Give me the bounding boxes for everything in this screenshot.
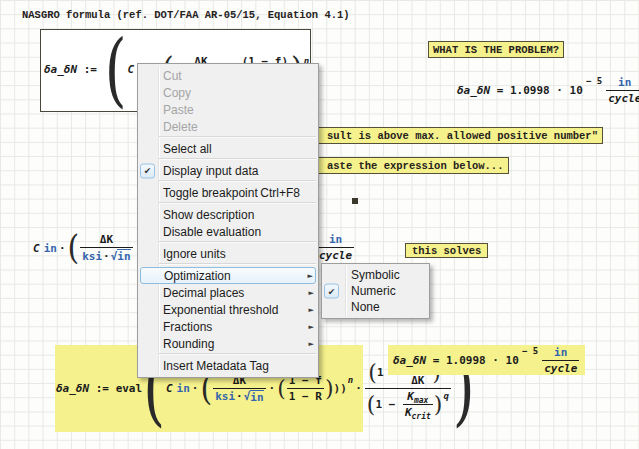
- menu-item-label: Select all: [163, 142, 310, 156]
- submenu-arrow-icon: ►: [309, 323, 314, 331]
- unit-cycle: cycle: [542, 362, 579, 375]
- menu-item-label: Paste: [163, 103, 310, 117]
- menu-item-decimal-places[interactable]: Decimal places►: [138, 284, 318, 301]
- unit-in: in: [616, 76, 633, 89]
- menu-item-label: Rounding: [163, 337, 309, 351]
- menu-item-cut[interactable]: Cut: [138, 67, 318, 84]
- fraction-bar: [287, 388, 324, 389]
- fraction-f-R: 1 − f1 − R: [287, 374, 324, 403]
- title-comment-region[interactable]: NASGRO formula (ref. DOT/FAA AR-05/15, E…: [22, 9, 350, 21]
- big-paren-open: (: [105, 30, 127, 110]
- solves-comment-region[interactable]: this solves: [405, 243, 488, 258]
- times-ten: · 10: [550, 84, 583, 97]
- exponent-n: n: [348, 375, 353, 385]
- menu-item-fractions[interactable]: Fractions►: [138, 318, 318, 335]
- result-bottom: δa_δN = 1.0998 · 10− 5incycle: [393, 345, 580, 375]
- result-bottom-region[interactable]: δa_δN = 1.0998 · 10− 5incycle: [388, 345, 585, 375]
- lhs-var: δa_δN: [393, 354, 426, 367]
- menu-item-numeric[interactable]: ✔Numeric: [322, 283, 429, 299]
- unit-in: in: [552, 346, 569, 359]
- var-C: C: [166, 382, 173, 395]
- menu-item-select-all[interactable]: Select all: [138, 140, 318, 157]
- equals-op: =: [490, 84, 510, 97]
- menu-shortcut: Ctrl+F8: [260, 186, 300, 200]
- result-top[interactable]: δa_δN = 1.0998 · 10− 5incycle: [457, 74, 639, 106]
- menu-item-label: Show description: [163, 208, 310, 222]
- menu-item-rounding[interactable]: Rounding►: [138, 335, 318, 352]
- menu-item-label: Symbolic: [351, 268, 421, 282]
- menu-item-copy[interactable]: Copy: [138, 84, 318, 101]
- menu-item-label: Display input data: [163, 164, 310, 178]
- menu-item-delete[interactable]: Delete: [138, 118, 318, 135]
- menu-item-paste[interactable]: Paste: [138, 101, 318, 118]
- menu-item-toggle-breakpoint[interactable]: Toggle breakpointCtrl+F8: [138, 184, 318, 201]
- fraction-dk-ksi: ΔKksi·√in: [80, 233, 132, 263]
- check-icon: ✔: [324, 284, 339, 299]
- menu-item-label: Disable evaluation: [163, 225, 310, 239]
- menu-item-show-description[interactable]: Show description: [138, 206, 318, 223]
- mid-unit-fraction: incycle: [316, 232, 355, 262]
- denominator: ksi·√in: [213, 390, 265, 404]
- equals-op: =: [426, 354, 446, 367]
- menu-item-label: Toggle breakpoint: [163, 186, 260, 200]
- menu-item-label: Fractions: [163, 320, 309, 334]
- exponent: − 5: [522, 346, 538, 356]
- menu-item-label: Exponential threshold: [163, 303, 309, 317]
- menu-item-label: Insert Metadata Tag: [163, 359, 310, 373]
- assign-op: :=: [77, 63, 104, 76]
- fraction-bar: [542, 360, 579, 361]
- paren-close: ): [325, 378, 334, 400]
- optimization-submenu: Symbolic✔NumericNone: [321, 263, 430, 319]
- unit-fraction: incycle: [317, 233, 354, 262]
- unit-in: in: [327, 233, 344, 246]
- menu-item-label: Optimization: [164, 269, 308, 283]
- menu-item-label: Decimal places: [163, 286, 309, 300]
- lhs-var: δa_δN: [44, 63, 77, 76]
- paste-comment-region[interactable]: aste the expression below...: [300, 157, 509, 174]
- problem-comment-region[interactable]: WHAT IS THE PROBLEM?: [428, 41, 564, 58]
- unit-fraction: incycle: [606, 76, 639, 105]
- submenu-arrow-icon: ►: [309, 306, 314, 314]
- menu-item-insert-metadata-tag[interactable]: Insert Metadata Tag: [138, 357, 318, 374]
- menu-item-ignore-units[interactable]: Ignore units: [138, 245, 318, 262]
- submenu-arrow-icon: ►: [308, 272, 313, 280]
- lhs-var: δa_δN: [457, 84, 490, 97]
- error-comment-region[interactable]: sult is above max. allowed positive numb…: [300, 127, 603, 144]
- menu-item-label: None: [351, 300, 421, 314]
- menu-item-exponential-threshold[interactable]: Exponential threshold►: [138, 301, 318, 318]
- unit-cycle: cycle: [317, 249, 354, 262]
- smath-worksheet: NASGRO formula (ref. DOT/FAA AR-05/15, E…: [0, 0, 639, 449]
- cdot-op: ·: [192, 382, 199, 395]
- fraction-bar: [606, 90, 639, 91]
- paren-close-double: )): [334, 382, 347, 395]
- unit-in: in: [44, 242, 57, 255]
- menu-item-display-input-data[interactable]: ✔Display input data: [138, 162, 318, 179]
- cdot-op: ·: [59, 242, 66, 255]
- menu-item-symbolic[interactable]: Symbolic: [322, 267, 429, 283]
- menu-item-disable-evaluation[interactable]: Disable evaluation: [138, 223, 318, 240]
- menu-item-optimization[interactable]: Optimization►: [140, 267, 316, 284]
- menu-item-none[interactable]: None: [322, 299, 429, 315]
- fraction-bar: [317, 247, 354, 248]
- denominator: 1 − R: [287, 390, 324, 403]
- menu-item-label: Delete: [163, 120, 310, 134]
- menu-item-label: Cut: [163, 69, 310, 83]
- fraction-bar: [365, 388, 451, 389]
- mantissa: 1.0998: [510, 84, 550, 97]
- assign-op: :=: [89, 382, 116, 395]
- exponent: − 5: [586, 76, 602, 86]
- cdot-op: ·: [355, 382, 362, 395]
- submenu-arrow-icon: ►: [309, 340, 314, 348]
- paren-open: (: [68, 232, 80, 265]
- mantissa: 1.0998: [446, 354, 486, 367]
- submenu-arrow-icon: ►: [309, 289, 314, 297]
- fraction-bar: [213, 388, 265, 389]
- region-marker: [352, 198, 358, 204]
- paren-open: (: [277, 378, 286, 400]
- context-menu: CutCopyPasteDeleteSelect all✔Display inp…: [137, 63, 319, 378]
- denominator: ksi·√in: [80, 249, 132, 263]
- var-C: C: [127, 63, 134, 76]
- eval-keyword: eval: [116, 382, 143, 395]
- times-ten: · 10: [486, 354, 519, 367]
- denominator: (1 − KmaxKcrit)q: [365, 390, 451, 419]
